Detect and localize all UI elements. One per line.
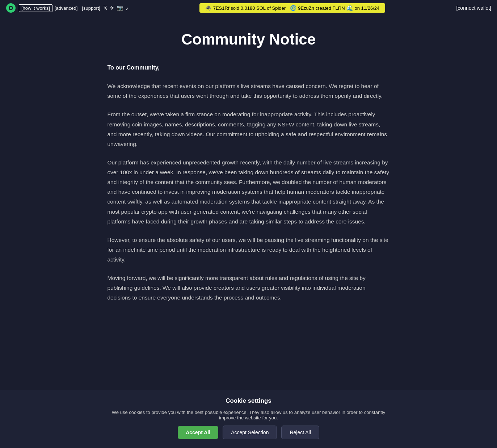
ticker-date: on 11/26/24 [355, 5, 380, 11]
notice-content: To our Community, We acknowledge that re… [108, 63, 390, 303]
notice-paragraph-2: From the outset, we've taken a firm stan… [108, 109, 390, 149]
ticker-text-1: 7ES1Rf sold 0.0180 SOL of Spider [213, 5, 286, 11]
top-navigation: [how it works] [advanced] [support] 𝕏 ✈ … [0, 0, 497, 16]
ticker-emoji-1: 🕷️ [205, 5, 211, 11]
ticker-text-2: 9EzuZn created FLRN [298, 5, 345, 11]
page-title: Community Notice [108, 31, 390, 48]
notice-paragraph-1: We acknowledge that recent events on our… [108, 81, 390, 101]
ticker-bar: 🕷️ 7ES1Rf sold 0.0180 SOL of Spider 🌀 9E… [199, 3, 386, 13]
nav-left-section: [how it works] [advanced] [support] 𝕏 ✈ … [6, 3, 128, 13]
logo-icon[interactable] [6, 3, 16, 13]
how-it-works-link[interactable]: [how it works] [19, 4, 52, 12]
ticker-emoji-2: 🌀 [290, 5, 296, 11]
cookie-banner: Cookie settings We use cookies to provid… [0, 390, 497, 448]
accept-selection-button[interactable]: Accept Selection [223, 426, 277, 439]
social-icons: 𝕏 ✈ 📷 ♪ [103, 5, 129, 11]
main-content: Community Notice To our Community, We ac… [86, 16, 412, 355]
connect-wallet-button[interactable]: [connect wallet] [456, 5, 491, 11]
ticker-item-1: 🕷️ 7ES1Rf sold 0.0180 SOL of Spider [205, 5, 286, 11]
notice-paragraph-4: However, to ensure the absolute safety o… [108, 235, 390, 264]
instagram-icon[interactable]: 📷 [117, 5, 123, 11]
telegram-icon[interactable]: ✈ [110, 5, 114, 11]
advanced-link[interactable]: [advanced] [55, 5, 78, 11]
ticker-emoji-3: 🌊 [347, 5, 353, 11]
svg-point-2 [10, 7, 12, 9]
notice-paragraph-5: Moving forward, we will be significantly… [108, 273, 390, 302]
nav-links: [how it works] [advanced] [support] [19, 4, 100, 12]
notice-paragraph-3: Our platform has experienced unprecedent… [108, 158, 390, 226]
reject-all-button[interactable]: Reject All [281, 426, 319, 439]
twitter-icon[interactable]: 𝕏 [103, 5, 108, 11]
tiktok-icon[interactable]: ♪ [126, 5, 129, 11]
notice-greeting: To our Community, [108, 63, 390, 72]
support-link[interactable]: [support] [82, 5, 100, 11]
cookie-description: We use cookies to provide you with the b… [104, 410, 393, 420]
cookie-buttons: Accept All Accept Selection Reject All [178, 426, 319, 439]
accept-all-button[interactable]: Accept All [178, 426, 218, 439]
ticker-item-2: 🌀 9EzuZn created FLRN 🌊 on 11/26/24 [290, 5, 379, 11]
cookie-title: Cookie settings [226, 397, 271, 405]
